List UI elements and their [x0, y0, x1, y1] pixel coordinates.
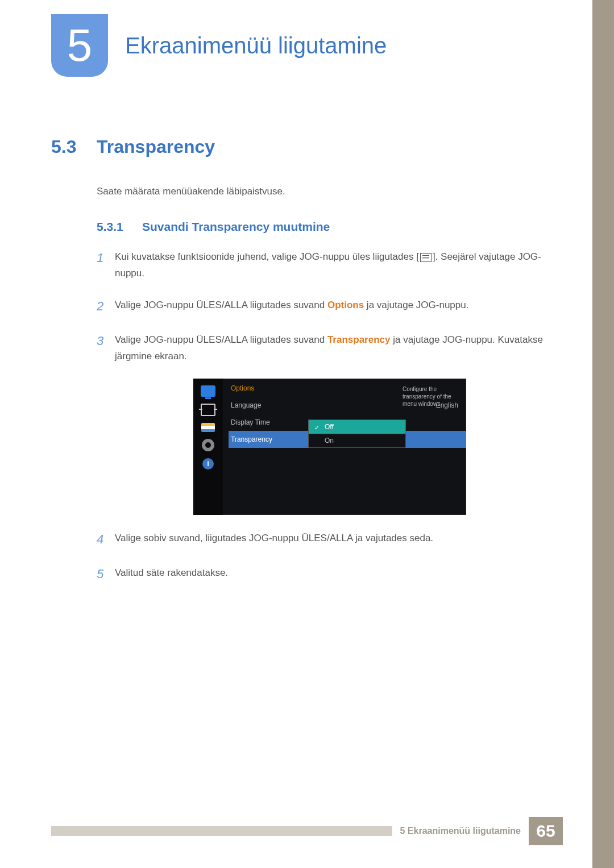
step-text: Valige JOG-nuppu ÜLES/ALLA liigutades su…	[115, 296, 468, 317]
osd-option-on: On	[309, 434, 405, 447]
step-text: Valitud säte rakendatakse.	[115, 563, 228, 584]
footer-label: 5 Ekraanimenüü liigutamine	[400, 826, 521, 836]
step-number: 2	[97, 296, 115, 317]
check-icon	[314, 423, 321, 430]
step-number: 4	[97, 529, 115, 550]
list-icon	[201, 423, 215, 432]
section-heading: 5.3 Transparency	[51, 136, 563, 157]
step-item: 3 Valige JOG-nuppu ÜLES/ALLA liigutades …	[97, 330, 563, 365]
osd-dropdown: Off On	[308, 420, 406, 448]
chapter-title: Ekraanimenüü liigutamine	[125, 33, 387, 59]
steps-list: 1 Kui kuvatakse funktsioonide juhend, va…	[97, 247, 563, 585]
subsection-number: 5.3.1	[97, 220, 142, 234]
footer-bar	[51, 826, 392, 836]
section-intro: Saate määrata menüüakende läbipaistvuse.	[97, 186, 563, 197]
chapter-header: 5 Ekraanimenüü liigutamine	[51, 0, 563, 80]
step-item: 1 Kui kuvatakse funktsioonide juhend, va…	[97, 247, 563, 282]
step-number: 3	[97, 330, 115, 365]
step-item: 5 Valitud säte rakendatakse.	[97, 563, 563, 584]
step-text: Valige JOG-nuppu ÜLES/ALLA liigutades su…	[115, 330, 563, 365]
osd-screenshot: i Options Language English Display Time …	[193, 379, 466, 515]
step-text: Kui kuvatakse funktsioonide juhend, vali…	[115, 247, 563, 282]
step-item: 4 Valige sobiv suvand, liigutades JOG-nu…	[97, 529, 563, 550]
monitor-icon	[201, 385, 215, 397]
step-number: 5	[97, 563, 115, 584]
osd-sidebar: i	[193, 379, 223, 515]
footer-page-number: 65	[529, 817, 563, 845]
subsection-title: Suvandi Transparency muutmine	[142, 220, 330, 234]
step-number: 1	[97, 247, 115, 282]
osd-help-text: Configure the transparency of the menu w…	[403, 385, 459, 408]
menu-icon	[420, 253, 432, 262]
osd-main-panel: Options Language English Display Time Tr…	[223, 379, 466, 515]
section-title: Transparency	[97, 136, 215, 157]
section-number: 5.3	[51, 136, 97, 157]
info-icon: i	[202, 458, 214, 470]
step-item: 2 Valige JOG-nuppu ÜLES/ALLA liigutades …	[97, 296, 563, 317]
step-text: Valige sobiv suvand, liigutades JOG-nupp…	[115, 529, 433, 550]
gear-icon	[202, 439, 214, 451]
page-footer: 5 Ekraanimenüü liigutamine 65	[51, 817, 563, 845]
subsection-heading: 5.3.1 Suvandi Transparency muutmine	[97, 220, 563, 234]
chapter-number-badge: 5	[51, 14, 108, 77]
resize-icon	[201, 404, 215, 416]
osd-option-off: Off	[309, 420, 405, 434]
accent-sidebar	[592, 0, 614, 868]
